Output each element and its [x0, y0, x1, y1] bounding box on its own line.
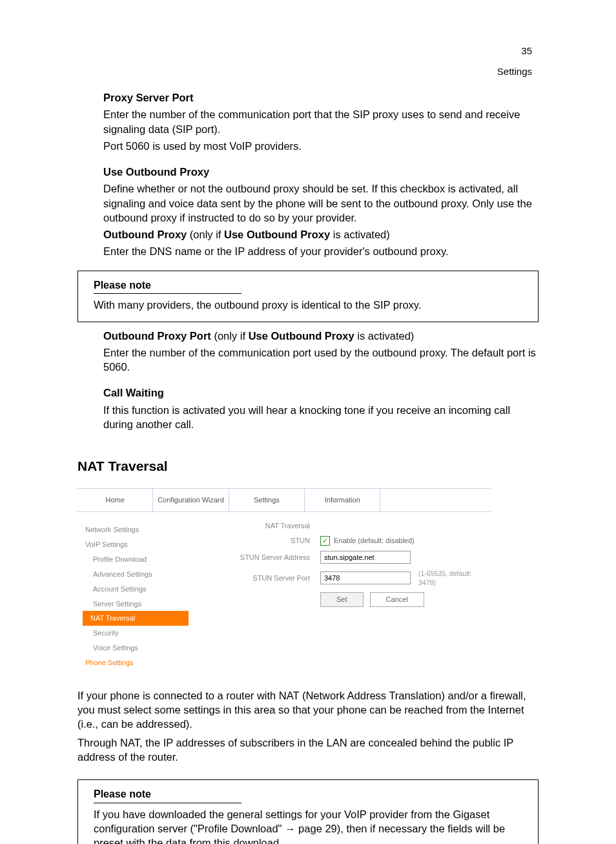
text-proxy-port-2: Port 5060 is used by most VoIP providers…: [103, 139, 539, 153]
note-box-2: Please note If you have downloaded the g…: [77, 779, 539, 844]
note-text-1: With many providers, the outbound proxy …: [94, 298, 525, 312]
note-text-2: If you have downloaded the general setti…: [94, 807, 525, 844]
sidebar-item-voice[interactable]: Voice Settings: [85, 641, 189, 655]
sidebar-item-voip[interactable]: VoIP Settings: [85, 537, 189, 552]
tab-home[interactable]: Home: [77, 489, 153, 511]
sidebar-item-security[interactable]: Security: [85, 626, 189, 641]
tail-1: is activated): [330, 229, 390, 240]
ref-outbound-2: Use Outbound Proxy: [249, 330, 354, 342]
row-outbound-proxy: Outbound Proxy (only if Use Outbound Pro…: [103, 227, 539, 242]
text-nat-1: If your phone is connected to a router w…: [77, 688, 539, 732]
note-label-1: Please note: [94, 278, 241, 294]
form-area: NAT Traversal STUN ✓ Enable (default: di…: [194, 520, 491, 675]
label-stun-port: STUN Server Port: [207, 573, 320, 583]
sidebar-item-account[interactable]: Account Settings: [85, 582, 189, 597]
tab-bar: Home Configuration Wizard Settings Infor…: [77, 489, 491, 512]
sidebar-item-profile-download[interactable]: Profile Download: [85, 552, 189, 567]
tab-blank: [380, 489, 491, 511]
label-use-outbound: Use Outbound Proxy: [103, 166, 209, 178]
page-number: 35: [521, 45, 532, 56]
heading-nat-traversal: NAT Traversal: [77, 457, 539, 475]
sidebar-item-nat-traversal[interactable]: NAT Traversal: [83, 611, 189, 626]
hint-stun-port: (1-65535, default: 3478): [418, 569, 491, 587]
label-call-waiting: Call Waiting: [103, 387, 164, 398]
tab-settings[interactable]: Settings: [229, 489, 305, 511]
only-if-1: (only if: [187, 229, 224, 240]
note-box-1: Please note With many providers, the out…: [77, 271, 539, 322]
note-label-2: Please note: [94, 787, 241, 803]
sidebar-item-phone[interactable]: Phone Settings: [85, 655, 189, 670]
input-stun-port[interactable]: [320, 571, 411, 584]
checkbox-stun-enable[interactable]: ✓: [320, 536, 330, 546]
sidebar-item-network[interactable]: Network Settings: [85, 522, 189, 537]
arrow-icon: →: [285, 823, 296, 834]
label-proxy-port: Proxy Server Port: [103, 92, 193, 103]
set-button[interactable]: Set: [320, 592, 364, 607]
text-call-waiting: If this function is activated you will h…: [103, 403, 539, 432]
text-proxy-port-1: Enter the number of the communication po…: [103, 107, 539, 136]
label-outbound-proxy: Outbound Proxy: [103, 229, 187, 240]
tab-information[interactable]: Information: [305, 489, 380, 511]
config-screenshot: Home Configuration Wizard Settings Infor…: [77, 488, 491, 675]
only-if-2: (only if: [211, 330, 249, 342]
text-outbound-port: Enter the number of the communication po…: [103, 345, 539, 375]
section-head: Settings: [497, 66, 532, 77]
text-stun-enable: Enable (default: disabled): [334, 536, 415, 546]
sidebar-item-advanced[interactable]: Advanced Settings: [85, 567, 189, 582]
text-nat-2: Through NAT, the IP addresses of subscri…: [77, 736, 539, 765]
row-outbound-port: Outbound Proxy Port (only if Use Outboun…: [103, 329, 539, 343]
tail-2: is activated): [354, 330, 415, 342]
tab-config-wizard[interactable]: Configuration Wizard: [153, 489, 229, 511]
label-stun: STUN: [207, 536, 320, 546]
form-title: NAT Traversal: [207, 521, 320, 531]
label-stun-addr: STUN Server Address: [207, 553, 320, 562]
input-stun-addr[interactable]: [320, 551, 411, 564]
sidebar: Network Settings VoIP Settings Profile D…: [77, 520, 194, 675]
text-outbound-proxy: Enter the DNS name or the IP address of …: [103, 244, 539, 258]
sidebar-item-server[interactable]: Server Settings: [85, 597, 189, 612]
ref-outbound-1: Use Outbound Proxy: [224, 229, 330, 240]
label-outbound-port: Outbound Proxy Port: [103, 330, 211, 342]
cancel-button[interactable]: Cancel: [370, 592, 424, 607]
text-use-outbound: Define whether or not the outbound proxy…: [103, 181, 539, 225]
